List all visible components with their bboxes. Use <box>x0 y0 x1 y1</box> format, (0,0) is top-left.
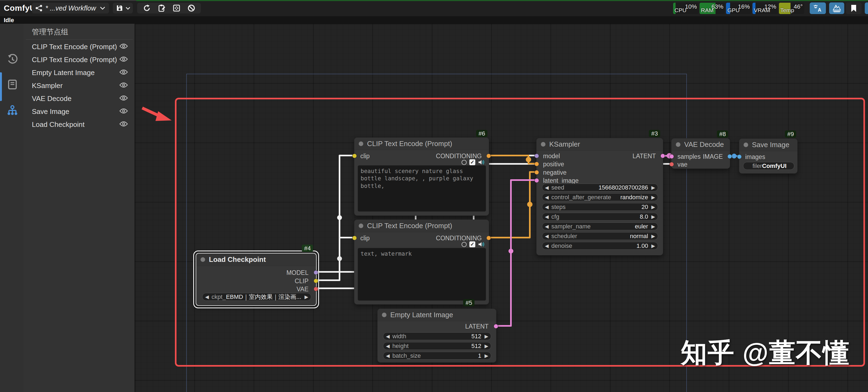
node-clip-text-encode-positive[interactable]: CLIP Text Encode (Prompt) clip CONDITION… <box>354 138 489 216</box>
increment-icon[interactable]: ▶ <box>485 353 488 358</box>
input-slot-vae[interactable] <box>669 162 674 167</box>
chevron-down-icon[interactable] <box>99 3 106 13</box>
input-slot-latent-image[interactable] <box>534 178 539 183</box>
collapse-dot-icon[interactable] <box>359 223 363 228</box>
group-row-empty-latent-image[interactable]: Empty Latent Image <box>24 66 135 79</box>
overflow-button[interactable] <box>865 2 868 14</box>
input-slot-model[interactable] <box>534 154 539 158</box>
bookmark-button[interactable] <box>846 2 862 14</box>
decrement-icon[interactable]: ◀ <box>205 295 209 299</box>
speaker-icon[interactable] <box>478 241 485 247</box>
increment-icon[interactable]: ▶ <box>485 344 488 349</box>
disable-icon[interactable] <box>187 3 196 13</box>
visibility-eye-icon[interactable] <box>119 82 128 89</box>
node-load-checkpoint[interactable]: Load Checkpoint MODEL CLIP VAE ◀ ckpt_na… <box>196 253 317 306</box>
decrement-icon[interactable]: ◀ <box>545 224 549 229</box>
collapse-dot-icon[interactable] <box>744 143 748 147</box>
input-slot-samples[interactable] <box>669 154 674 159</box>
node-header[interactable]: Empty Latent Image <box>378 309 496 321</box>
node-header[interactable]: KSampler <box>536 138 663 151</box>
widget-scheduler[interactable]: ◀ scheduler normal ▶ <box>542 232 658 240</box>
decrement-icon[interactable]: ◀ <box>386 353 390 358</box>
group-row-clip-text-encode-2[interactable]: CLIP Text Encode (Prompt) <box>24 53 135 66</box>
fit-view-icon[interactable] <box>172 3 181 13</box>
increment-icon[interactable]: ▶ <box>651 205 655 210</box>
visibility-eye-icon[interactable] <box>119 56 128 63</box>
increment-icon[interactable]: ▶ <box>651 195 655 200</box>
decrement-icon[interactable]: ◀ <box>545 214 549 219</box>
input-slot-clip[interactable] <box>352 236 357 240</box>
visibility-eye-icon[interactable] <box>119 69 128 77</box>
widget-batch-size[interactable]: ◀ batch_size 1 ▶ <box>383 352 491 360</box>
sidebar-item-node-groups[interactable] <box>6 105 18 117</box>
node-save-image[interactable]: Save Image images filename_prefix ComfyU… <box>739 139 798 174</box>
group-row-clip-text-encode-1[interactable]: CLIP Text Encode (Prompt) <box>24 40 135 53</box>
output-slot-image[interactable] <box>727 154 732 159</box>
increment-icon[interactable]: ▶ <box>485 334 488 339</box>
node-header[interactable]: VAE Decode <box>672 139 730 151</box>
collapse-dot-icon[interactable] <box>359 142 363 146</box>
sidebar-item-queue-history[interactable] <box>6 54 18 65</box>
increment-icon[interactable]: ▶ <box>651 214 655 219</box>
output-slot-latent[interactable] <box>494 324 498 329</box>
widget-cfg[interactable]: ◀ cfg 8.0 ▶ <box>542 213 658 220</box>
output-slot-latent[interactable] <box>660 154 665 158</box>
increment-icon[interactable]: ▶ <box>305 295 308 299</box>
prompt-textarea[interactable]: beautiful scenery nature glass bottle la… <box>358 165 486 212</box>
widget-denoise[interactable]: ◀ denoise 1.00 ▶ <box>542 242 658 250</box>
output-slot-conditioning[interactable] <box>486 154 491 158</box>
input-slot-images[interactable] <box>737 154 742 159</box>
widget-sampler-name[interactable]: ◀ sampler_name euler ▶ <box>542 222 658 230</box>
group-row-vae-decode[interactable]: VAE Decode <box>24 92 135 105</box>
theme-gallery-button[interactable] <box>829 2 844 14</box>
node-header[interactable]: CLIP Text Encode (Prompt) <box>354 220 489 232</box>
radio-icon[interactable] <box>462 160 467 165</box>
speaker-icon[interactable] <box>478 159 485 165</box>
group-row-load-checkpoint[interactable]: Load Checkpoint <box>24 118 135 131</box>
collapse-dot-icon[interactable] <box>382 313 386 317</box>
collapse-dot-icon[interactable] <box>541 142 546 147</box>
decrement-icon[interactable]: ◀ <box>545 205 549 210</box>
increment-icon[interactable]: ▶ <box>651 243 655 248</box>
decrement-icon[interactable]: ◀ <box>545 185 549 190</box>
decrement-icon[interactable]: ◀ <box>386 344 390 349</box>
output-slot-conditioning[interactable] <box>486 236 491 240</box>
group-row-save-image[interactable]: Save Image <box>24 105 135 118</box>
collapse-dot-icon[interactable] <box>676 142 680 147</box>
decrement-icon[interactable]: ◀ <box>545 243 549 248</box>
prompt-textarea[interactable]: text, watermark <box>358 248 486 301</box>
visibility-eye-icon[interactable] <box>119 108 128 115</box>
collapse-dot-icon[interactable] <box>200 257 205 262</box>
increment-icon[interactable]: ▶ <box>651 185 655 190</box>
checkbox-checked-icon[interactable]: ✓ <box>469 241 475 247</box>
clipboard-edit-icon[interactable] <box>157 3 166 13</box>
increment-icon[interactable]: ▶ <box>651 224 655 229</box>
workflow-selector[interactable]: * ...ved Workflow (3) <box>32 3 109 13</box>
increment-icon[interactable]: ▶ <box>651 234 655 239</box>
refresh-icon[interactable] <box>142 3 151 13</box>
input-slot-positive[interactable] <box>534 162 539 166</box>
input-slot-negative[interactable] <box>534 170 539 175</box>
save-disk-icon[interactable] <box>115 3 124 13</box>
node-empty-latent-image[interactable]: Empty Latent Image LATENT ◀ width 512 ▶ … <box>377 309 496 363</box>
visibility-eye-icon[interactable] <box>119 43 128 51</box>
save-options-chevron-icon[interactable] <box>125 3 131 13</box>
group-row-ksampler[interactable]: KSampler <box>24 79 135 92</box>
visibility-eye-icon[interactable] <box>119 95 128 102</box>
widget-ckpt-name[interactable]: ◀ ckpt_name EBMD｜室内效果｜渲染画... ▶ <box>202 293 311 301</box>
widget-steps[interactable]: ◀ steps 20 ▶ <box>542 203 658 211</box>
output-slot-model[interactable] <box>314 270 318 275</box>
widget-filename-prefix[interactable]: filename_prefix ComfyUI <box>743 162 794 170</box>
widget-control-after-generate[interactable]: ◀ control_after_generate randomize ▶ <box>542 193 658 201</box>
visibility-eye-icon[interactable] <box>119 121 128 128</box>
decrement-icon[interactable]: ◀ <box>545 234 549 239</box>
output-slot-vae[interactable] <box>314 287 318 291</box>
decrement-icon[interactable]: ◀ <box>386 334 390 339</box>
save-workflow-button[interactable] <box>113 3 133 13</box>
output-slot-clip[interactable] <box>314 279 318 283</box>
checkbox-checked-icon[interactable]: ✓ <box>469 159 475 165</box>
translate-button[interactable]: A <box>810 2 826 14</box>
radio-icon[interactable] <box>462 242 467 247</box>
input-slot-clip[interactable] <box>352 154 357 158</box>
node-header[interactable]: Save Image <box>739 139 797 151</box>
